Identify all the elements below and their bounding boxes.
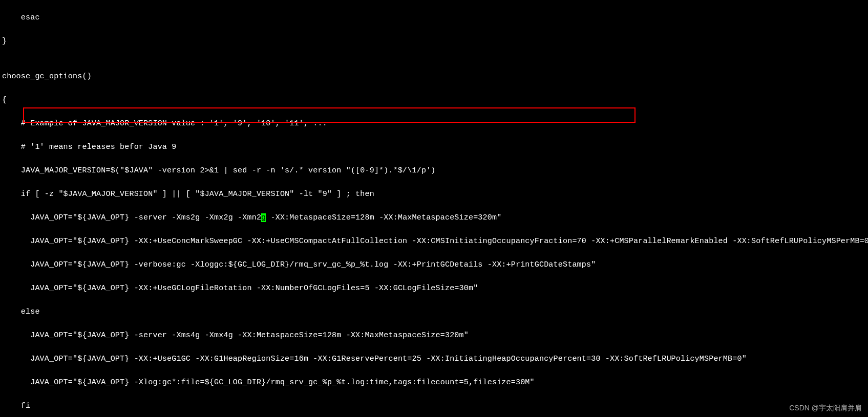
code-text: JAVA_OPT="${JAVA_OPT} -server -Xms2g -Xm…	[2, 213, 261, 222]
cursor: g	[261, 213, 266, 222]
code-line: JAVA_OPT="${JAVA_OPT} -XX:+UseG1GC -XX:G…	[2, 353, 868, 365]
code-line: else	[2, 306, 868, 318]
watermark-text: CSDN @宇太阳肩并肩	[789, 402, 862, 414]
code-line: if [ -z "$JAVA_MAJOR_VERSION" ] || [ "$J…	[2, 188, 868, 200]
code-line: fi	[2, 400, 868, 412]
code-line: esac	[2, 12, 868, 24]
code-line: JAVA_OPT="${JAVA_OPT} -XX:+UseConcMarkSw…	[2, 235, 868, 247]
code-line: # '1' means releases befor Java 9	[2, 141, 868, 153]
code-line: JAVA_OPT="${JAVA_OPT} -Xlog:gc*:file=${G…	[2, 377, 868, 388]
code-line: }	[2, 35, 868, 47]
code-text: -XX:MetaspaceSize=128m -XX:MaxMetaspaceS…	[266, 213, 501, 222]
code-line: JAVA_OPT="${JAVA_OPT} -XX:+UseGCLogFileR…	[2, 282, 868, 294]
terminal-view[interactable]: esac } choose_gc_options() { # Example o…	[0, 0, 868, 417]
code-line: # Example of JAVA_MAJOR_VERSION value : …	[2, 118, 868, 129]
code-line: JAVA_OPT="${JAVA_OPT} -verbose:gc -Xlogg…	[2, 259, 868, 271]
code-line: {	[2, 94, 868, 106]
code-line: choose_gc_options()	[2, 71, 868, 82]
code-line: JAVA_OPT="${JAVA_OPT} -server -Xms4g -Xm…	[2, 330, 868, 341]
code-line-highlighted: JAVA_OPT="${JAVA_OPT} -server -Xms2g -Xm…	[2, 212, 868, 224]
code-line: JAVA_MAJOR_VERSION=$("$JAVA" -version 2>…	[2, 165, 868, 177]
